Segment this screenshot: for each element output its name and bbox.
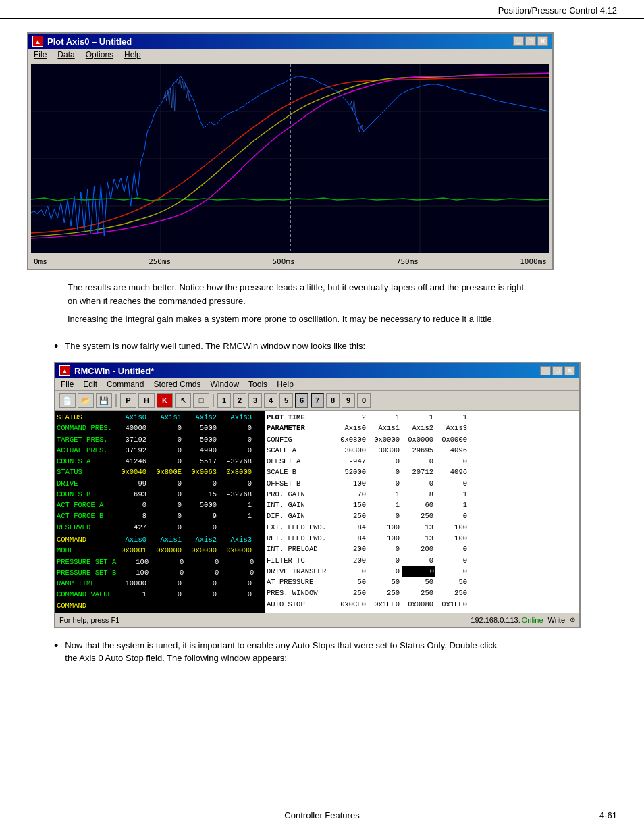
paragraph-1: The results are much better. Notice how … — [68, 281, 527, 307]
counts-a-row: COUNTS A 41246 0 5517 -32768 — [57, 456, 263, 467]
bullet-2-dot: • — [54, 639, 58, 665]
statusbar-write[interactable]: Write — [545, 615, 568, 625]
rmcwin-menu-file[interactable]: File — [61, 380, 74, 389]
statusbar-icon: ⊘ — [570, 616, 575, 623]
plot-menu-data[interactable]: Data — [57, 50, 74, 59]
xaxis-label-1000: 1000ms — [520, 257, 547, 266]
bullet-2-text: Now that the system is tuned, it is impo… — [65, 639, 510, 665]
toolbar-sep-1 — [115, 394, 117, 407]
pressure-set-a-row: PRESSURE SET A 100 0 0 0 — [57, 556, 263, 567]
rmcwin-right-panel: PLOT TIME 2 1 1 1 PARAMETER Axis0 Axis1 … — [265, 411, 579, 613]
statusbar-right: 192.168.0.113: Online Write ⊘ — [471, 615, 575, 625]
toolbar-num-6[interactable]: 6 — [295, 393, 308, 408]
plot-menu-help[interactable]: Help — [124, 50, 141, 59]
pres-window-row: PRES. WINDOW 250 250 250 250 — [267, 588, 578, 598]
scale-b-row: SCALE B 52000 0 20712 4096 — [267, 467, 578, 477]
plot-win-controls: _ □ ✕ — [513, 36, 548, 46]
int-gain-row: INT. GAIN 150 1 60 1 — [267, 500, 578, 511]
toolbar-blank-btn[interactable]: □ — [193, 393, 209, 408]
cmd-pres-row: COMMAND PRES. 40000 0 5000 0 — [57, 423, 263, 434]
toolbar-h-btn[interactable]: H — [138, 393, 155, 408]
status-label: STATUS — [57, 412, 114, 423]
rmcwin-toolbar: 📄 📂 💾 P H K ↖ □ 1 2 3 4 5 6 7 8 9 0 — [55, 391, 579, 411]
plot-menubar: File Data Options Help — [28, 49, 552, 61]
toolbar-num-0[interactable]: 0 — [357, 393, 371, 408]
act-force-b-row: ACT FORCE B 8 0 9 1 — [57, 511, 263, 521]
rmcwin-menu-command[interactable]: Command — [107, 380, 144, 389]
rmcwin-title: RMCWin - Untitled* — [74, 366, 154, 376]
page-header-title: Position/Pressure Control 4.12 — [498, 5, 617, 16]
plot-title-icon: ▲ — [32, 36, 43, 47]
toolbar-num-4[interactable]: 4 — [264, 393, 277, 408]
toolbar-folder-btn[interactable]: 📂 — [78, 393, 94, 408]
bullet-2: • Now that the system is tuned, it is im… — [54, 639, 617, 665]
toolbar-num-3[interactable]: 3 — [248, 393, 262, 408]
plot-xaxis: 0ms 250ms 500ms 750ms 1000ms — [28, 256, 552, 269]
ext-feed-fwd-row: EXT. FEED FWD. 84 100 13 100 — [267, 522, 578, 533]
drive-row: DRIVE 99 0 0 0 — [57, 478, 263, 489]
axis3-header: Axis3 — [219, 412, 254, 423]
statusbar-help-text: For help, press F1 — [59, 616, 119, 624]
command-row: COMMAND — [57, 600, 263, 611]
toolbar-doc-btn[interactable]: 📄 — [59, 393, 76, 408]
pro-gain-row: PRO. GAIN 70 1 8 1 — [267, 489, 578, 500]
bullet-1-dot: • — [54, 340, 58, 355]
plot-close-btn[interactable]: ✕ — [537, 36, 548, 46]
axis1-header: Axis1 — [149, 412, 184, 423]
pressure-set-b-row: PRESSURE SET B 100 0 0 0 — [57, 567, 263, 578]
rmcwin-menu-help[interactable]: Help — [277, 380, 294, 389]
toolbar-k-btn[interactable]: K — [157, 393, 173, 408]
plot-title: Plot Axis0 – Untitled — [47, 36, 132, 47]
toolbar-num-7[interactable]: 7 — [311, 393, 324, 408]
toolbar-sep-2 — [213, 394, 214, 407]
toolbar-num-9[interactable]: 9 — [342, 393, 355, 408]
plot-titlebar: ▲ Plot Axis0 – Untitled _ □ ✕ — [28, 34, 552, 49]
filter-tc-row: FILTER TC 200 0 0 0 — [267, 555, 578, 566]
status-header-row: STATUS Axis0 Axis1 Axis2 Axis3 — [57, 412, 263, 423]
toolbar-save-btn[interactable]: 💾 — [96, 393, 112, 408]
int-preload-row: INT. PRELOAD 200 0 200 0 — [267, 544, 578, 554]
page-footer: Controller Features 4-61 — [0, 806, 644, 820]
offset-a-row: OFFSET A -947 0 0 0 — [267, 456, 578, 467]
mode-row: MODE 0x0001 0x0000 0x0000 0x0000 — [57, 545, 263, 556]
target-pres-row: TARGET PRES. 37192 0 5000 0 — [57, 434, 263, 445]
toolbar-num-1[interactable]: 1 — [217, 393, 231, 408]
bullet-1-text: The system is now fairly well tuned. The… — [65, 340, 365, 355]
rmcwin-close-btn[interactable]: ✕ — [564, 366, 575, 375]
plot-minimize-btn[interactable]: _ — [513, 36, 524, 46]
footer-center-text: Controller Features — [0, 810, 644, 820]
rmcwin-maximize-btn[interactable]: □ — [552, 366, 563, 375]
footer-page-number: 4-61 — [599, 810, 617, 820]
statusbar-online: Online — [522, 616, 543, 624]
paragraph-2: Increasing the Integral gain makes a sys… — [68, 313, 527, 326]
axis0-header: Axis0 — [114, 412, 149, 423]
status-val-row: STATUS 0x0040 0x800E 0x0063 0x8000 — [57, 467, 263, 477]
rmcwin-menu-tools[interactable]: Tools — [248, 380, 267, 389]
reserved-row: RESERVED 427 0 0 — [57, 522, 263, 533]
rmcwin-win-controls: _ □ ✕ — [540, 366, 575, 375]
actual-pres-row: ACTUAL PRES. 37192 0 4990 0 — [57, 445, 263, 456]
rmcwin-minimize-btn[interactable]: _ — [540, 366, 551, 375]
rmcwin-left-panel: STATUS Axis0 Axis1 Axis2 Axis3 COMMAND P… — [55, 411, 265, 613]
rmcwin-menu-storedcmds[interactable]: Stored Cmds — [153, 380, 200, 389]
xaxis-label-0: 0ms — [34, 257, 47, 266]
counts-b-row: COUNTS B 693 0 15 -32768 — [57, 489, 263, 500]
auto-stop-row: AUTO STOP 0x0CE0 0x1FE0 0x0080 0x1FE0 — [267, 599, 578, 610]
plot-maximize-btn[interactable]: □ — [525, 36, 536, 46]
at-pressure-row: AT PRESSURE 50 50 50 50 — [267, 577, 578, 588]
toolbar-num-8[interactable]: 8 — [326, 393, 340, 408]
xaxis-label-500: 500ms — [273, 257, 295, 266]
rmcwin-menu-edit[interactable]: Edit — [83, 380, 97, 389]
plot-menu-file[interactable]: File — [34, 50, 47, 59]
toolbar-num-2[interactable]: 2 — [233, 393, 246, 408]
statusbar-ip: 192.168.0.113: — [471, 616, 520, 624]
rmcwin-menu-window[interactable]: Window — [210, 380, 239, 389]
bullet-1: • The system is now fairly well tuned. T… — [54, 340, 617, 355]
toolbar-cursor-btn[interactable]: ↖ — [175, 393, 191, 408]
toolbar-num-5[interactable]: 5 — [279, 393, 293, 408]
dif-gain-row: DIF. GAIN 250 0 250 0 — [267, 511, 578, 521]
plot-menu-options[interactable]: Options — [86, 50, 113, 59]
toolbar-p-btn[interactable]: P — [120, 393, 136, 408]
xaxis-label-250: 250ms — [149, 257, 171, 266]
rmcwin-window: ▲ RMCWin - Untitled* _ □ ✕ File Edit Com… — [54, 362, 581, 628]
